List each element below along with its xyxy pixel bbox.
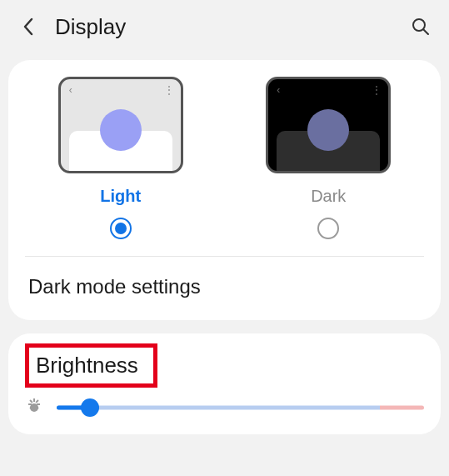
preview-chevron-icon: ‹ (277, 84, 280, 96)
theme-mode-row: ‹ ⋮ Light ‹ ⋮ Dark (8, 60, 441, 256)
radio-dot-icon (115, 223, 127, 234)
svg-line-1 (424, 30, 429, 35)
radio-dark[interactable] (317, 218, 339, 239)
theme-option-dark[interactable]: ‹ ⋮ Dark (225, 77, 433, 256)
dark-mode-settings-row[interactable]: Dark mode settings (8, 263, 441, 317)
theme-label-light: Light (100, 187, 141, 206)
radio-light[interactable] (110, 218, 132, 239)
brightness-label-highlight: Brightness (25, 343, 157, 388)
brightness-slider-row (25, 394, 424, 418)
brightness-slider[interactable] (57, 398, 424, 418)
preview-more-icon: ⋮ (372, 84, 380, 96)
search-button[interactable] (409, 15, 432, 38)
slider-track (57, 406, 424, 410)
page-title: Display (55, 14, 409, 40)
back-arrow-icon (22, 17, 35, 37)
theme-option-light[interactable]: ‹ ⋮ Light (17, 77, 225, 256)
divider (25, 256, 424, 257)
preview-more-icon: ⋮ (164, 84, 172, 96)
theme-preview-dark: ‹ ⋮ (266, 77, 391, 173)
theme-card: ‹ ⋮ Light ‹ ⋮ Dark (8, 60, 441, 320)
back-button[interactable] (17, 15, 40, 38)
theme-preview-light: ‹ ⋮ (58, 77, 183, 173)
slider-thumb[interactable] (81, 398, 99, 417)
preview-chevron-icon: ‹ (69, 84, 72, 96)
brightness-sun-icon (25, 398, 43, 417)
theme-label-dark: Dark (311, 187, 346, 206)
search-icon (411, 17, 431, 37)
brightness-label: Brightness (36, 353, 138, 378)
app-header: Display (0, 0, 449, 48)
brightness-card: Brightness (8, 333, 441, 434)
